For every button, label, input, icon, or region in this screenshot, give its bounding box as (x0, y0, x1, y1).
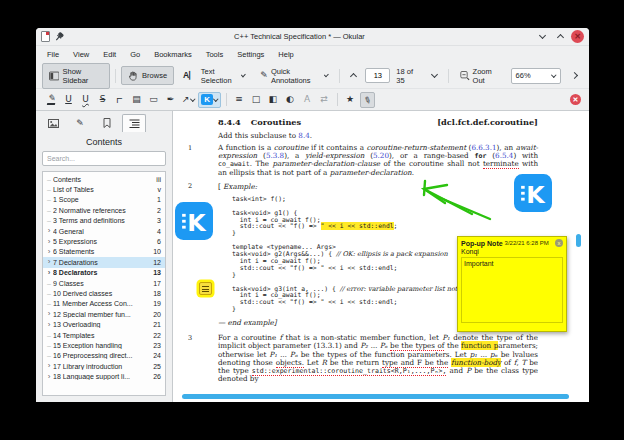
squiggle-button[interactable]: U (78, 92, 93, 108)
tab-thumbnails[interactable] (41, 114, 65, 132)
toc-item[interactable]: ›12 Special member fun...20 (43, 309, 165, 319)
toc-label: 11 Member Access Con... (53, 300, 150, 307)
shape-button[interactable]: □ (249, 92, 264, 108)
ref-link[interactable]: 8.4 (298, 131, 309, 140)
menu-file[interactable]: File (40, 48, 66, 61)
line-width-button[interactable]: ≡ (232, 92, 247, 108)
fill-color-button[interactable]: ◧ (266, 92, 281, 108)
stamp-button[interactable]: K (198, 92, 221, 108)
straight-line-button[interactable]: ↗ (180, 92, 196, 108)
pin-button[interactable]: ✐ (360, 92, 375, 108)
toc-item[interactable]: –15 Exception handling23 (43, 340, 165, 350)
inline-note-button[interactable]: ▤ (129, 92, 144, 108)
popup-note-button[interactable]: ▭ (146, 92, 161, 108)
menu-settings[interactable]: Settings (230, 48, 271, 61)
expander-icon[interactable]: › (45, 310, 53, 318)
menu-bookmarks[interactable]: Bookmarks (147, 48, 199, 61)
toc-item[interactable]: ›7 Declarations12 (43, 257, 165, 267)
close-annotation-toolbar-button[interactable]: ✕ (570, 94, 581, 105)
favorite-button[interactable]: ★ (343, 92, 358, 108)
text-selection-button[interactable]: A⎸ Text Selection (177, 64, 251, 88)
close-button[interactable]: ✕ (571, 30, 584, 43)
freehand-line-button[interactable]: ✒ (163, 92, 178, 108)
toc-item[interactable]: ›8 Declarators13 (43, 268, 165, 278)
inline-note-annotation[interactable] (199, 282, 212, 295)
search-input[interactable] (42, 151, 166, 166)
expander-icon[interactable]: › (45, 321, 53, 329)
vertical-scrollbar[interactable] (576, 234, 581, 247)
separator (337, 93, 338, 106)
toc-item[interactable]: –Contentsiii (43, 174, 165, 184)
typewriter-button[interactable]: ∟ (112, 92, 127, 108)
okular-app-icon (41, 31, 50, 42)
toc-item[interactable]: –2 Normative references2 (43, 205, 165, 215)
tab-bookmarks[interactable] (95, 114, 119, 132)
menu-tools[interactable]: Tools (199, 48, 231, 61)
browse-button[interactable]: Browse (121, 66, 174, 85)
advanced-settings-button[interactable]: ⇄ (317, 92, 332, 108)
toc-item[interactable]: –List of Tablesv (43, 184, 165, 194)
underline-button[interactable]: U (61, 92, 76, 108)
toc-item[interactable]: –9 Classes17 (43, 278, 165, 288)
maximize-button[interactable] (553, 30, 567, 44)
menu-go[interactable]: Go (123, 48, 147, 61)
minimize-icon (538, 32, 545, 39)
zoom-level-combo[interactable]: 66% (511, 68, 561, 84)
toc-page-number: 10 (153, 248, 161, 255)
pdf-view[interactable]: 8.4.4Coroutines [dcl.fct.def.coroutine] … (173, 111, 589, 402)
toc-item[interactable]: –10 Derived classes18 (43, 288, 165, 298)
opacity-button[interactable]: ◐ (283, 92, 298, 108)
strikeout-button[interactable]: S (95, 92, 110, 108)
quick-annotations-button[interactable]: ✎ Quick Annotations (254, 64, 334, 88)
title-bar[interactable]: C++ Technical Specification * — Okular ✕ (36, 28, 589, 46)
tab-contents[interactable] (122, 114, 146, 132)
expander-icon[interactable]: › (45, 258, 53, 266)
toc-item[interactable]: ›13 Overloading21 (43, 319, 165, 329)
toc-item[interactable]: ›18 Language support li...26 (43, 371, 165, 381)
expander-icon[interactable]: › (45, 248, 53, 256)
chevron-down-icon (325, 72, 330, 77)
minimize-button[interactable] (535, 30, 549, 44)
popup-note-body[interactable]: Important (461, 257, 563, 323)
toc-item[interactable]: –16 Preprocessing direct...24 (43, 351, 165, 361)
menu-edit[interactable]: Edit (96, 48, 123, 61)
popup-note-close-button[interactable]: x (555, 239, 563, 247)
svg-text:K: K (187, 209, 207, 237)
toc-item[interactable]: –14 Templates22 (43, 330, 165, 340)
popup-note-author: Konqi (458, 247, 566, 256)
expander-icon[interactable]: › (45, 238, 53, 246)
toc-item[interactable]: –1 Scope1 (43, 195, 165, 205)
toc-item[interactable]: ›17 Library introduction25 (43, 361, 165, 371)
font-button[interactable]: A (300, 92, 315, 108)
toc-page-number: 21 (153, 321, 161, 328)
tab-annotations[interactable]: ✎ (68, 114, 92, 132)
popup-note-window[interactable]: Pop-up Note 3/22/21 6:28 PM x Konqi Impo… (457, 236, 567, 332)
show-sidebar-button[interactable]: Show Sidebar (42, 63, 110, 89)
fill-color-icon: ◧ (269, 95, 278, 104)
toc-label: 13 Overloading (53, 321, 150, 328)
toc-item[interactable]: –11 Member Access Con...19 (43, 299, 165, 309)
expander-icon[interactable]: › (45, 373, 53, 381)
popup-note-header[interactable]: Pop-up Note 3/22/21 6:28 PM x (458, 237, 566, 247)
toc-item[interactable]: ›6 Statements10 (43, 247, 165, 257)
horizontal-scrollbar[interactable] (182, 394, 569, 399)
previous-page-button[interactable] (345, 69, 362, 82)
expander-icon[interactable]: › (45, 227, 53, 235)
menu-view[interactable]: View (66, 48, 96, 61)
freehand-ink-annotation[interactable] (408, 173, 508, 229)
toc-item[interactable]: ›5 Expressions6 (43, 236, 165, 246)
expander-icon[interactable]: › (45, 362, 53, 370)
opacity-icon: ◐ (286, 95, 294, 104)
kde-stamp-annotation[interactable]: K (175, 202, 213, 240)
menu-help[interactable]: Help (271, 48, 300, 61)
toolbar-overflow-button[interactable] (566, 70, 583, 81)
page-number-input[interactable] (365, 68, 390, 83)
toc-item[interactable]: –3 Terms and definitions3 (43, 216, 165, 226)
next-page-button[interactable] (426, 71, 443, 80)
highlighter-button[interactable]: ✎ (44, 92, 59, 108)
expander-icon[interactable]: › (45, 269, 53, 277)
kde-stamp-annotation[interactable]: K (514, 174, 552, 212)
zoom-out-button[interactable]: Zoom Out (454, 64, 508, 88)
toc-label: 8 Declarators (53, 269, 150, 276)
toc-item[interactable]: ›4 General4 (43, 226, 165, 236)
